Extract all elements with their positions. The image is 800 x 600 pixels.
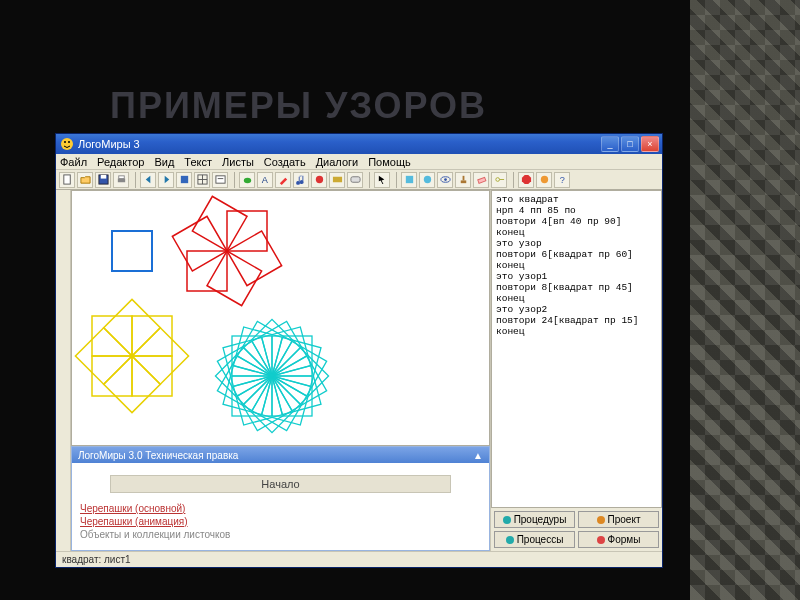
help-link-2[interactable]: Черепашки (анимация) xyxy=(80,516,481,527)
svg-point-2 xyxy=(68,141,70,143)
text-tool-icon[interactable]: A xyxy=(257,172,273,188)
svg-rect-18 xyxy=(350,177,359,183)
cyan-pattern-shape xyxy=(202,306,342,446)
forms-tab[interactable]: Формы xyxy=(578,531,659,548)
red-pattern-shape xyxy=(167,191,287,311)
svg-rect-31 xyxy=(112,231,152,271)
svg-rect-17 xyxy=(332,177,341,183)
svg-rect-36 xyxy=(172,216,227,271)
menu-dialogs[interactable]: Диалоги xyxy=(316,156,359,168)
music-icon[interactable] xyxy=(293,172,309,188)
svg-point-14 xyxy=(243,178,250,184)
workarea: ЛогоМиры 3.0 Техническая правка ▲ Начало… xyxy=(56,190,662,551)
save-icon[interactable] xyxy=(95,172,111,188)
processes-tab[interactable]: Процессы xyxy=(494,531,575,548)
help-body: Начало Черепашки (основной) Черепашки (а… xyxy=(72,463,489,550)
titlebar: ЛогоМиры 3 _ □ × xyxy=(56,134,662,154)
svg-rect-6 xyxy=(117,179,124,183)
erase-icon[interactable] xyxy=(473,172,489,188)
record-icon[interactable] xyxy=(311,172,327,188)
processes-label: Процессы xyxy=(517,534,564,545)
window-title: ЛогоМиры 3 xyxy=(78,138,599,150)
svg-rect-19 xyxy=(405,176,412,183)
arrow-icon[interactable] xyxy=(374,172,390,188)
help-icon[interactable]: ? xyxy=(554,172,570,188)
media-icon[interactable] xyxy=(329,172,345,188)
dot-icon xyxy=(597,516,605,524)
maximize-button[interactable]: □ xyxy=(621,136,639,152)
svg-point-22 xyxy=(444,178,447,181)
help-link-3[interactable]: Объекты и коллекции листочков xyxy=(80,529,481,540)
svg-rect-34 xyxy=(207,251,262,306)
svg-text:?: ? xyxy=(559,175,564,185)
procedures-tab[interactable]: Процедуры xyxy=(494,511,575,528)
text-icon[interactable] xyxy=(212,172,228,188)
procedures-label: Процедуры xyxy=(514,514,567,525)
right-panel: это квадрат нрп 4 пп 85 по повтори 4[вп … xyxy=(490,190,662,551)
help-header: ЛогоМиры 3.0 Техническая правка ▲ xyxy=(72,447,489,463)
help-scroll-icon[interactable]: ▲ xyxy=(473,450,483,461)
project-label: Проект xyxy=(608,514,641,525)
tool-misc-icon[interactable] xyxy=(536,172,552,188)
drawing-canvas[interactable] xyxy=(71,190,490,446)
dot-icon xyxy=(503,516,511,524)
yellow-pattern-shape xyxy=(72,296,192,416)
svg-rect-23 xyxy=(460,180,466,183)
shapes2-icon[interactable] xyxy=(419,172,435,188)
menu-create[interactable]: Создать xyxy=(264,156,306,168)
toolbar: A ? xyxy=(56,170,662,190)
button-icon[interactable] xyxy=(347,172,363,188)
help-panel: ЛогоМиры 3.0 Техническая правка ▲ Начало… xyxy=(71,446,490,551)
menu-text[interactable]: Текст xyxy=(184,156,212,168)
svg-point-26 xyxy=(495,178,499,182)
code-area[interactable]: это квадрат нрп 4 пп 85 по повтори 4[вп … xyxy=(491,190,662,508)
svg-point-16 xyxy=(315,176,322,183)
dot-icon xyxy=(506,536,514,544)
svg-rect-8 xyxy=(180,176,187,183)
svg-point-29 xyxy=(540,176,547,183)
open-icon[interactable] xyxy=(77,172,93,188)
back-icon[interactable] xyxy=(140,172,156,188)
dot-icon xyxy=(597,536,605,544)
close-button[interactable]: × xyxy=(641,136,659,152)
shapes1-icon[interactable] xyxy=(401,172,417,188)
menu-help[interactable]: Помощь xyxy=(368,156,411,168)
tool-stop-icon[interactable] xyxy=(518,172,534,188)
project-tab[interactable]: Проект xyxy=(578,511,659,528)
minimize-button[interactable]: _ xyxy=(601,136,619,152)
key-icon[interactable] xyxy=(491,172,507,188)
app-icon xyxy=(60,137,74,151)
menu-sheets[interactable]: Листы xyxy=(222,156,254,168)
svg-rect-25 xyxy=(477,177,485,183)
svg-rect-7 xyxy=(118,176,124,179)
menu-view[interactable]: Вид xyxy=(154,156,174,168)
help-start-button[interactable]: Начало xyxy=(110,475,451,493)
svg-rect-33 xyxy=(227,231,282,286)
menubar: Файл Редактор Вид Текст Листы Создать Ди… xyxy=(56,154,662,170)
forward-icon[interactable] xyxy=(158,172,174,188)
svg-point-1 xyxy=(64,141,66,143)
eye-icon[interactable] xyxy=(437,172,453,188)
menu-file[interactable]: Файл xyxy=(60,156,87,168)
svg-point-20 xyxy=(423,176,430,183)
svg-rect-24 xyxy=(462,176,464,181)
help-title: ЛогоМиры 3.0 Техническая правка xyxy=(78,450,238,461)
left-gutter xyxy=(56,190,71,551)
new-icon[interactable] xyxy=(59,172,75,188)
svg-rect-5 xyxy=(100,175,106,179)
stamp-icon[interactable] xyxy=(455,172,471,188)
svg-point-0 xyxy=(61,138,73,150)
paint-icon[interactable] xyxy=(275,172,291,188)
statusbar: квадрат: лист1 xyxy=(56,551,662,567)
stop-icon[interactable] xyxy=(176,172,192,188)
blue-square-shape xyxy=(102,221,162,281)
app-window: ЛогоМиры 3 _ □ × Файл Редактор Вид Текст… xyxy=(55,133,663,568)
svg-marker-28 xyxy=(521,175,530,184)
decorative-checker xyxy=(690,0,800,600)
turtle-icon[interactable] xyxy=(239,172,255,188)
help-link-1[interactable]: Черепашки (основной) xyxy=(80,503,481,514)
menu-editor[interactable]: Редактор xyxy=(97,156,144,168)
print-icon[interactable] xyxy=(113,172,129,188)
slide-title: ПРИМЕРЫ УЗОРОВ xyxy=(110,85,487,127)
grid-icon[interactable] xyxy=(194,172,210,188)
